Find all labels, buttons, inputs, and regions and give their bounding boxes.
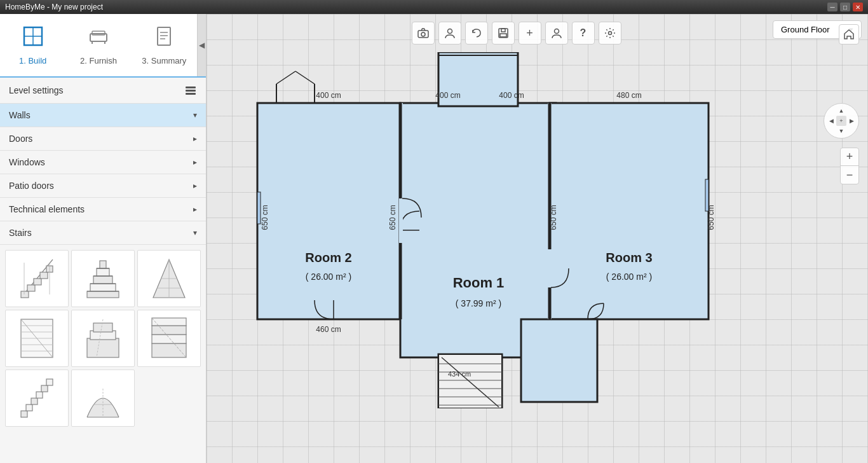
settings-button[interactable] — [599, 22, 621, 45]
svg-rect-22 — [87, 291, 119, 298]
nav-down-button[interactable]: ▼ — [836, 126, 846, 136]
sidebar-toggle-button[interactable]: ◀ — [197, 14, 206, 76]
tab-build[interactable]: 1. Build — [0, 14, 65, 76]
svg-rect-18 — [40, 272, 48, 279]
close-button[interactable]: ✕ — [853, 3, 863, 11]
svg-rect-56 — [41, 385, 48, 392]
svg-rect-13 — [186, 93, 196, 95]
stairs-label: Stairs — [9, 228, 32, 238]
doors-label: Doors — [9, 134, 32, 144]
nav-right-button[interactable]: ▶ — [846, 116, 857, 126]
svg-line-81 — [276, 71, 295, 84]
svg-text:400 cm: 400 cm — [435, 91, 460, 100]
svg-point-63 — [447, 29, 452, 34]
titlebar-controls: ─ □ ✕ — [827, 3, 863, 11]
stairs-grid — [0, 245, 206, 432]
zoom-out-button[interactable]: − — [841, 166, 858, 184]
add-button[interactable]: + — [519, 22, 541, 45]
doors-menu-item[interactable]: Doors ▸ — [0, 127, 206, 151]
stair-item-3[interactable] — [137, 250, 201, 307]
stair-item-8[interactable] — [71, 370, 135, 427]
titlebar-title: HomeByMe - My new project — [5, 3, 103, 11]
minimize-button[interactable]: ─ — [827, 3, 837, 11]
camera-button[interactable] — [412, 22, 435, 45]
stair-item-7[interactable] — [5, 370, 69, 427]
svg-rect-11 — [186, 86, 196, 88]
level-settings-label: Level settings — [9, 85, 64, 95]
svg-rect-65 — [501, 29, 505, 32]
svg-text:434 cm: 434 cm — [448, 370, 471, 378]
svg-rect-24 — [93, 276, 112, 284]
svg-rect-69 — [257, 103, 400, 319]
stair-item-5[interactable] — [71, 310, 135, 367]
svg-text:650 cm: 650 cm — [707, 205, 715, 230]
nav-up-button[interactable]: ▲ — [836, 106, 846, 116]
maximize-button[interactable]: □ — [840, 3, 850, 11]
walls-chevron-down-icon: ▾ — [193, 111, 197, 120]
nav-left-button[interactable]: ◀ — [826, 116, 836, 126]
stair-item-4[interactable] — [5, 310, 69, 367]
svg-text:480 cm: 480 cm — [616, 91, 641, 100]
svg-rect-15 — [21, 291, 29, 298]
floor-selector-label: Ground Floor — [781, 25, 830, 34]
svg-text:Room 2: Room 2 — [305, 251, 351, 265]
home-button[interactable] — [839, 24, 859, 45]
windows-chevron-right-icon: ▸ — [193, 158, 197, 167]
stairs-chevron-down-icon: ▾ — [193, 228, 197, 237]
level-settings-icon[interactable] — [184, 84, 197, 97]
svg-rect-85 — [399, 198, 403, 243]
svg-rect-12 — [186, 90, 196, 92]
summary-icon — [153, 25, 175, 52]
sidebar: 1. Build 2. Furnish — [0, 14, 207, 463]
svg-rect-55 — [36, 392, 43, 398]
doors-chevron-right-icon: ▸ — [193, 134, 197, 143]
stair-item-2[interactable] — [71, 250, 135, 307]
technical-elements-label: Technical elements — [9, 204, 85, 214]
windows-label: Windows — [9, 157, 45, 167]
stair-item-1[interactable] — [5, 250, 69, 307]
svg-rect-48 — [152, 326, 186, 335]
save-button[interactable] — [492, 22, 515, 45]
navigation-pad[interactable]: ▲ ◀ + ▶ ▼ — [824, 103, 859, 139]
tab-summary[interactable]: 3. Summary — [132, 14, 197, 76]
patio-doors-menu-item[interactable]: Patio doors ▸ — [0, 174, 206, 198]
walls-menu-item[interactable]: Walls ▾ — [0, 104, 206, 127]
zoom-in-button[interactable]: + — [841, 148, 858, 166]
zoom-controls: + − — [840, 148, 859, 184]
technical-elements-chevron-right-icon: ▸ — [193, 205, 197, 214]
technical-elements-menu-item[interactable]: Technical elements ▸ — [0, 198, 206, 221]
windows-menu-item[interactable]: Windows ▸ — [0, 151, 206, 174]
undo-button[interactable] — [465, 22, 488, 45]
svg-text:( 26.00 m² ): ( 26.00 m² ) — [306, 272, 351, 282]
svg-rect-49 — [152, 318, 186, 326]
svg-point-68 — [608, 32, 611, 35]
nav-center-button[interactable]: + — [836, 116, 846, 126]
svg-rect-71 — [550, 103, 709, 319]
help-button[interactable]: ? — [572, 22, 595, 45]
svg-rect-47 — [152, 335, 186, 343]
profile-button[interactable] — [545, 22, 568, 45]
stairs-menu-item[interactable]: Stairs ▾ — [0, 221, 206, 245]
user-button[interactable] — [438, 22, 461, 45]
svg-rect-53 — [26, 404, 32, 411]
tab-furnish-label: 2. Furnish — [80, 56, 117, 66]
furnish-icon — [87, 25, 110, 52]
floorplan-svg[interactable]: 434 cm Room 2 ( 26.00 m² ) Room 1 ( 37.9… — [238, 52, 734, 408]
svg-rect-66 — [500, 34, 506, 37]
canvas-area[interactable]: + ? — [207, 14, 868, 463]
svg-rect-7 — [158, 27, 170, 45]
tab-furnish[interactable]: 2. Furnish — [65, 14, 131, 76]
level-settings-section: Level settings — [0, 78, 206, 104]
svg-text:400 cm: 400 cm — [316, 91, 341, 100]
tab-build-label: 1. Build — [19, 56, 46, 66]
svg-text:400 cm: 400 cm — [499, 91, 524, 100]
svg-text:650 cm: 650 cm — [261, 205, 269, 230]
build-icon — [22, 25, 44, 52]
svg-rect-87 — [548, 249, 553, 287]
patio-doors-chevron-right-icon: ▸ — [193, 181, 197, 190]
stair-item-6[interactable] — [137, 310, 201, 367]
svg-rect-52 — [21, 411, 27, 417]
svg-rect-46 — [152, 343, 186, 357]
svg-text:Room 3: Room 3 — [606, 251, 652, 265]
tabs: 1. Build 2. Furnish — [0, 14, 206, 78]
